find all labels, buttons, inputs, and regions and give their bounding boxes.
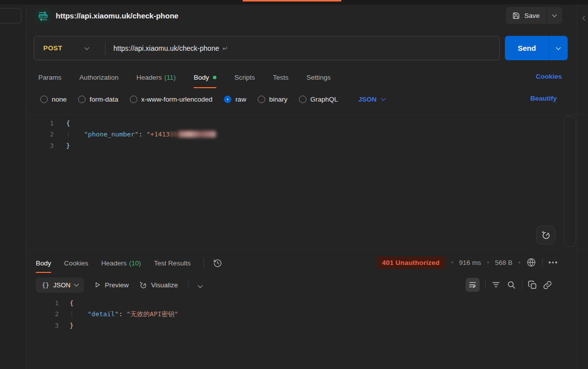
line-number: 2 [34,310,59,318]
radio-x-www-form-urlencoded[interactable]: x-www-form-urlencoded [130,96,212,103]
request-tabs: Params Authorization Headers(11) Body Sc… [34,67,331,88]
save-button[interactable]: Save [506,7,562,24]
tab-scripts[interactable]: Scripts [234,67,255,88]
request-title: https://api.xiaomu.uk/check-phone [56,8,179,23]
save-label: Save [524,12,540,19]
json-key: "phone_number" [84,130,139,138]
response-history-icon[interactable] [213,253,222,273]
cookies-link[interactable]: Cookies [536,73,562,80]
radio-circle-icon [78,96,86,103]
more-views-chevron-down-icon[interactable] [198,280,202,289]
indent-guide [68,131,69,137]
json-language-select[interactable]: JSON [358,96,385,103]
tab-headers[interactable]: Headers(11) [136,67,176,88]
response-size: 568 B [495,259,512,266]
tab-response-body[interactable]: Body [36,253,51,273]
divider [485,280,486,289]
headers-count: (11) [164,74,176,81]
radio-circle-icon [299,96,306,103]
editor-scrollbar[interactable] [564,116,576,247]
wrap-text-button[interactable] [466,278,480,292]
left-sidebar [0,4,26,369]
divider [203,258,204,267]
response-view-icons [466,277,552,292]
active-tab-indicator [243,0,341,1]
line-number: 1 [34,120,54,127]
response-time: 916 ms [459,259,481,266]
radio-circle-icon [258,96,265,103]
response-body-editor[interactable]: 1 { 2 "detail": "无效的API密钥" 3 } [34,297,178,331]
globe-icon[interactable] [526,257,536,267]
radio-graphql[interactable]: GraphQL [299,96,338,103]
send-button[interactable]: Send [505,36,568,60]
postbot-button[interactable] [536,226,555,245]
line-number: 2 [34,130,54,138]
radio-circle-icon [40,96,48,103]
line-number: 3 [34,322,59,329]
send-label: Send [505,36,549,60]
url-text: https://api.xiaomu.uk/check-phone [113,44,219,52]
more-options-icon[interactable] [549,261,557,263]
code-line: 1 { [34,297,178,309]
response-headers-count: (10) [129,259,141,267]
radio-raw[interactable]: raw [224,96,246,103]
json-key: "detail" [88,310,119,318]
json-value: "无效的API密钥" [126,310,178,318]
radio-binary[interactable]: binary [258,96,288,103]
collapse-panel-icon[interactable] [583,13,587,22]
tab-tests[interactable]: Tests [273,67,289,88]
method-label: POST [43,44,62,52]
divider [522,280,522,289]
radio-circle-icon [130,96,137,103]
code-line: 2 "detail": "无效的API密钥" [34,309,178,320]
response-tabs: Body Cookies Headers(10) Test Results [34,253,222,273]
save-icon [512,12,520,19]
tab-params[interactable]: Params [38,67,62,88]
chevron-down-icon [381,96,386,101]
method-selector[interactable]: POST [34,44,105,52]
top-tab-strip [0,0,588,4]
url-container: POST https://api.xiaomu.uk/check-phone↵ [34,36,500,60]
tab-response-cookies[interactable]: Cookies [64,253,89,273]
response-format-select[interactable]: {} JSON [36,277,84,293]
beautify-link[interactable]: Beautify [530,95,557,102]
tab-settings[interactable]: Settings [306,67,331,88]
dot-separator [451,261,453,263]
app-window: HTTP https://api.xiaomu.uk/check-phone S… [0,0,588,369]
divider [188,280,189,289]
dot-separator [518,261,520,263]
code-line: 3 } [34,140,216,151]
send-options-chevron-down-icon[interactable] [549,36,568,60]
response-status-row: 401 Unauthorized 916 ms 568 B [377,255,557,269]
dot-separator [487,261,489,263]
svg-text:HTTP: HTTP [40,14,47,17]
radio-none[interactable]: none [40,96,67,103]
editor-top-border [26,115,588,115]
copy-button[interactable] [528,280,537,290]
tab-test-results[interactable]: Test Results [154,253,191,273]
url-input[interactable]: https://api.xiaomu.uk/check-phone↵ [105,44,499,52]
line-number: 1 [34,299,59,307]
status-badge: 401 Unauthorized [377,256,445,269]
postbot-sparkle-icon [541,230,551,240]
link-button[interactable] [543,280,552,290]
search-button[interactable] [506,280,516,290]
request-body-editor[interactable]: 1 { 2 "phone_number": "+141355 3 } [34,118,216,151]
http-icon: HTTP [35,8,51,24]
tab-authorization[interactable]: Authorization [80,67,119,88]
json-value: "+1413 [146,130,170,138]
radio-form-data[interactable]: form-data [78,96,118,103]
return-icon: ↵ [222,45,228,52]
tab-body[interactable]: Body [194,67,216,88]
save-options-chevron-down-icon[interactable] [547,7,562,24]
preview-button[interactable]: Preview [94,281,129,289]
code-line: 3 } [34,320,178,331]
right-panel-divider [577,4,578,369]
response-section-divider [26,250,588,250]
sidebar-partial-button[interactable] [0,8,21,23]
blurred-digits: 55 [170,130,178,138]
tab-response-headers[interactable]: Headers(10) [101,253,141,273]
visualize-button[interactable]: Visualize [139,281,178,289]
filter-button[interactable] [491,280,501,290]
line-number: 3 [34,142,54,149]
